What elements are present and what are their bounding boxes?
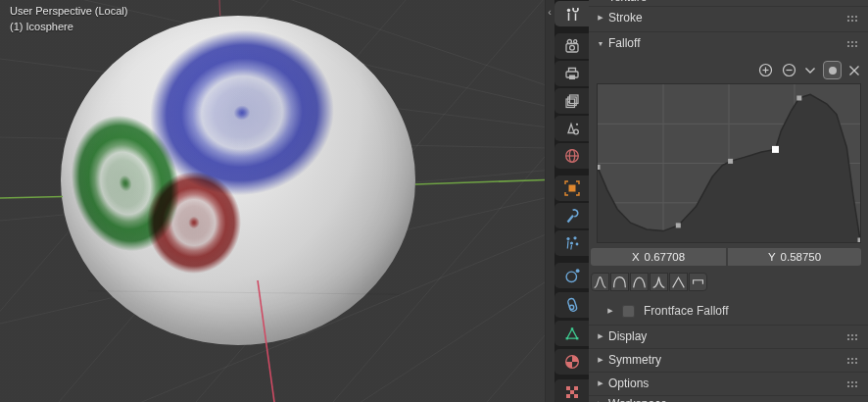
- tab-tool[interactable]: [555, 1, 589, 26]
- tab-output[interactable]: [555, 61, 589, 86]
- display-section-label: Display: [608, 329, 647, 343]
- sphere-curve-icon: [611, 274, 628, 291]
- falloff-curve-widget[interactable]: [598, 84, 860, 242]
- tab-texture[interactable]: [555, 379, 589, 402]
- clipping-toggle-icon[interactable]: [823, 61, 842, 79]
- modifiers-icon: [563, 207, 581, 225]
- expanded-arrow-icon: ▼: [593, 40, 608, 47]
- object-icon: [563, 179, 581, 197]
- y-value: 0.58750: [781, 251, 822, 263]
- world-icon: [563, 147, 581, 165]
- tab-scene[interactable]: [555, 116, 589, 141]
- render-icon: [563, 37, 581, 55]
- collapsed-arrow-icon: ▶: [593, 356, 608, 364]
- symmetry-section-label: Symmetry: [608, 353, 661, 367]
- active-object-label: (1) Icosphere: [10, 21, 73, 32]
- partial-section-label: Texture: [608, 0, 647, 3]
- view-perspective-label: User Perspective (Local): [10, 5, 127, 17]
- object-data-icon: [563, 325, 581, 342]
- collapsed-arrow-icon: ▶: [593, 14, 608, 22]
- tool-icon: [563, 5, 581, 23]
- x-label: X: [632, 251, 640, 263]
- point-x-field[interactable]: X0.67708: [591, 248, 726, 266]
- drag-handle-icon[interactable]: [846, 40, 859, 47]
- y-label: Y: [768, 251, 776, 263]
- region-divider: ‹: [545, 0, 555, 402]
- falloff-preset-buttons: [591, 273, 707, 291]
- workspace-section-label: Workspace: [608, 397, 667, 402]
- falloff-curve[interactable]: [598, 84, 860, 242]
- tab-material[interactable]: [555, 349, 589, 375]
- panel-top-partial-row[interactable]: ▼ Texture: [589, 0, 868, 3]
- stroke-section-header[interactable]: ▶ Stroke: [589, 6, 868, 28]
- curve-point-fields: X0.67708 Y0.58750: [591, 248, 861, 266]
- particles-icon: [563, 234, 581, 252]
- options-section-header[interactable]: ▶ Options: [589, 372, 868, 394]
- properties-tab-strip: [555, 0, 589, 402]
- view-layer-icon: [563, 92, 581, 110]
- output-icon: [563, 65, 581, 82]
- tab-constraints[interactable]: [555, 292, 589, 318]
- drag-handle-icon[interactable]: [846, 333, 859, 340]
- curve-point[interactable]: [728, 159, 733, 164]
- stroke-section-label: Stroke: [608, 11, 643, 25]
- preset-linear-button[interactable]: [669, 273, 688, 291]
- tab-modifiers[interactable]: [555, 203, 589, 228]
- curve-point-selected[interactable]: [772, 146, 779, 153]
- drag-handle-icon[interactable]: [846, 357, 859, 364]
- zoom-in-icon[interactable]: [757, 62, 774, 78]
- material-icon: [563, 353, 581, 371]
- scene-icon: [563, 120, 581, 137]
- frontface-falloff-row: ▶ Frontface Falloff: [589, 301, 868, 321]
- dropdown-chevron-icon[interactable]: [804, 67, 816, 75]
- blender-window: User Perspective (Local) (1) Icosphere ‹: [0, 0, 868, 402]
- tab-object-data[interactable]: [555, 321, 589, 346]
- tab-render[interactable]: [555, 33, 589, 59]
- constant-curve-icon: [690, 274, 706, 291]
- texture-icon: [563, 383, 581, 401]
- curve-point[interactable]: [598, 165, 601, 170]
- preset-smooth-button[interactable]: [591, 273, 609, 291]
- linear-curve-icon: [670, 274, 687, 291]
- falloff-section-label: Falloff: [608, 36, 640, 50]
- 3d-viewport[interactable]: User Perspective (Local) (1) Icosphere: [0, 0, 545, 402]
- curve-point[interactable]: [796, 96, 801, 101]
- constraints-icon: [563, 296, 581, 314]
- tab-object[interactable]: [555, 176, 589, 201]
- drag-handle-icon[interactable]: [846, 380, 859, 387]
- preset-sharp-button[interactable]: [650, 273, 668, 291]
- preset-constant-button[interactable]: [689, 273, 707, 291]
- vertex-paint-blob-red: [147, 172, 241, 274]
- falloff-section-header[interactable]: ▼ Falloff: [589, 31, 868, 54]
- workspace-section-header-partial[interactable]: ▶ Workspace: [589, 395, 868, 402]
- collapsed-arrow-icon: ▶: [593, 332, 608, 340]
- delete-x-icon[interactable]: [848, 65, 860, 76]
- point-y-field[interactable]: Y0.58750: [728, 248, 861, 266]
- tab-physics[interactable]: [555, 263, 589, 288]
- zoom-out-icon[interactable]: [781, 62, 797, 78]
- root-curve-icon: [631, 274, 648, 291]
- options-section-label: Options: [608, 377, 649, 390]
- curve-point[interactable]: [858, 238, 861, 243]
- physics-icon: [563, 267, 581, 284]
- display-section-header[interactable]: ▶ Display: [589, 325, 868, 347]
- curve-point[interactable]: [676, 223, 681, 227]
- drag-handle-icon[interactable]: [846, 15, 859, 22]
- tab-particles[interactable]: [555, 230, 589, 256]
- symmetry-section-header[interactable]: ▶ Symmetry: [589, 348, 868, 371]
- frontface-falloff-label: Frontface Falloff: [644, 304, 728, 318]
- sharp-curve-icon: [651, 274, 667, 291]
- tab-world[interactable]: [555, 143, 589, 169]
- properties-panel: ▼ Texture ▶ Stroke ▼ Falloff: [589, 0, 868, 402]
- frontface-falloff-checkbox[interactable]: [622, 305, 635, 318]
- preset-sphere-button[interactable]: [610, 273, 629, 291]
- x-value: 0.67708: [645, 251, 686, 263]
- smooth-curve-icon: [592, 274, 608, 291]
- collapsed-arrow-icon: ▶: [593, 379, 608, 387]
- collapsed-arrow-icon: ▶: [603, 307, 618, 315]
- tab-view-layer[interactable]: [555, 88, 589, 114]
- curve-toolbar: [757, 61, 860, 79]
- preset-root-button[interactable]: [630, 273, 649, 291]
